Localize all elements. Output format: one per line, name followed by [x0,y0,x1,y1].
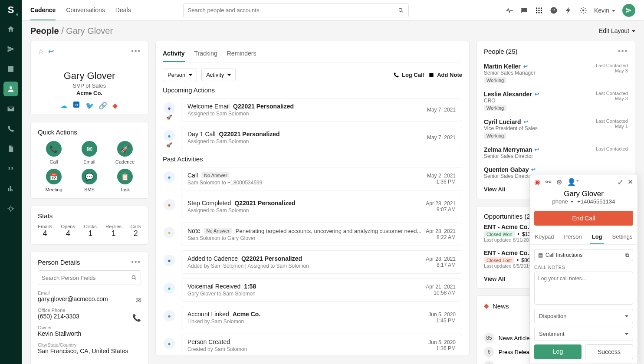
record-icon[interactable]: ◉ [534,178,540,186]
rail-doc-icon[interactable] [3,141,18,156]
mail-icon[interactable]: ✉ [135,296,141,305]
call-log-button[interactable]: Log [534,344,582,359]
rail-analytics-icon[interactable] [3,181,18,196]
breadcrumb-root[interactable]: People [30,26,59,36]
call-notes[interactable] [534,272,633,305]
call-phone-type[interactable]: phone [552,198,574,205]
phone-icon[interactable]: 📞 [132,314,141,322]
global-search-input[interactable] [188,7,398,13]
rail-mail-icon[interactable] [3,102,18,116]
call-notes-input[interactable] [535,272,633,304]
linkedin-icon[interactable]: in [73,102,79,108]
quick-action-label: Email [83,159,95,164]
rail-accounts-icon[interactable] [3,62,18,76]
pulse-icon[interactable] [506,7,513,14]
sentiment-select[interactable]: Sentiment [534,327,633,341]
svg-point-3 [541,7,542,9]
quick-action-sms[interactable]: 💬 SMS [73,169,105,192]
news-label: Funding Ann [499,363,530,364]
apps-icon[interactable] [535,7,543,14]
activity-row[interactable]: ● Account Linked Acme Co. Linked by Sam … [163,306,462,329]
user-menu[interactable]: Kevin [594,7,615,14]
voicemail-icon[interactable]: ⚯ [545,178,551,186]
call-success-button[interactable]: Success [585,344,633,359]
quick-action-label: Call [50,159,58,164]
people-list-item[interactable]: Cyril Luciard ↩ Vice President of Sales … [484,115,628,143]
rail-people-icon[interactable] [3,82,18,96]
tab-tracking[interactable]: Tracking [194,47,217,62]
people-list-item[interactable]: Martin Keller ↩ Senior Sales Manager Wor… [484,59,628,87]
people-list-item[interactable]: Zelma Merryman ↩ Senior Sales Director L… [484,143,628,163]
filter-activity[interactable]: Activity [201,69,236,81]
add-note-button[interactable]: Add Note [428,72,462,78]
dialpad-icon[interactable]: ⊛ [556,178,562,186]
activity-type-icon: ● [164,338,175,349]
stats-card: Stats Emails4 Opens4 Clicks1 Replies1 Ca… [30,206,148,245]
breadcrumb-leaf: Gary Glover [66,26,113,36]
expand-icon[interactable]: ⤢ [618,178,623,186]
rail-target-icon[interactable] [3,201,18,216]
quick-action-call[interactable]: 📞 Call [38,141,70,164]
edit-layout-button[interactable]: Edit Layout [599,27,635,34]
rail-home-icon[interactable] [3,22,18,36]
filter-person[interactable]: Person [163,69,197,81]
quick-action-email[interactable]: ✉ Email [73,141,105,164]
rail-cadence-icon[interactable] [3,42,18,56]
person-details-more-icon[interactable]: ••• [131,258,141,266]
activity-row[interactable]: ● Note No Answer Penetrating targeted ac… [163,223,462,246]
person-company[interactable]: Acme Co. [38,90,141,96]
tab-cadence[interactable]: Cadence [30,0,56,20]
reply-icon[interactable]: ↩ [48,47,54,56]
activity-row[interactable]: ● Voicemail Received 1:58 Gary Glover to… [163,278,462,302]
call-tab-keypad[interactable]: Keypad [533,230,555,244]
user-name: Kevin [594,7,609,14]
disposition-select[interactable]: Disposition [534,309,633,323]
activity-row[interactable]: ● Added to Cadence Q22021 Personalized A… [163,250,462,274]
call-tab-person[interactable]: Person [562,230,584,244]
tab-deals[interactable]: Deals [115,0,131,20]
star-icon[interactable]: ☆ [38,47,44,56]
quick-action-cadence[interactable]: 🚀 Cadence [109,141,141,164]
add-person-icon[interactable]: 👤⁺ [567,178,579,186]
profile-more-icon[interactable]: ••• [131,47,141,56]
profile-card: ☆ ↩ ••• Gary Glover SVP of Sales Acme Co… [30,41,148,115]
close-icon[interactable]: ✕ [628,178,633,186]
help-icon[interactable]: ? [550,7,558,14]
tab-reminders[interactable]: Reminders [227,47,256,62]
global-search[interactable] [183,3,409,17]
svg-point-0 [399,8,402,11]
reply-icon: ↩ [531,167,536,173]
person-fields-search[interactable] [38,270,141,285]
owler-icon[interactable]: ◆ [112,102,118,108]
salesforce-icon[interactable]: ☁ [60,102,67,108]
call-tab-settings[interactable]: Settings [611,230,634,244]
field-owner: Owner Kevin Stallworth [38,325,141,337]
activity-row[interactable]: ● Call No Answer Sam Solomon to +1800053… [163,167,462,190]
call-instructions[interactable]: ▤ Call Instructions ⧉ [534,249,633,261]
popout-icon[interactable]: ⧉ [625,252,629,258]
person-fields-search-input[interactable] [42,275,131,281]
quick-action-task[interactable]: 📋 Task [109,169,141,192]
activity-type-icon: ● [164,130,175,141]
tab-activity[interactable]: Activity [163,47,185,62]
chat-icon[interactable] [520,7,528,14]
quick-action-meeting[interactable]: 📅 Meeting [38,169,70,192]
gear-icon[interactable] [579,7,587,14]
activity-row[interactable]: ● 🚀 Welcome Email Q22021 Personalized As… [163,98,462,121]
svg-point-4 [536,10,537,11]
rail-quote-icon[interactable] [3,161,18,176]
link-icon[interactable]: 🔗 [99,102,105,108]
log-call-button[interactable]: Log Call [393,72,424,78]
end-call-button[interactable]: End Call [534,211,633,226]
twitter-icon[interactable]: 🐦 [85,102,92,108]
bolt-icon[interactable] [565,7,572,14]
people-panel-more-icon[interactable]: ••• [618,47,628,55]
tab-conversations[interactable]: Conversations [66,0,105,20]
activity-row[interactable]: ● 🚀 Day 1 Call Q22021 Personalized Assig… [163,126,462,149]
activity-row[interactable]: ● Person Created Created by Sam Solomon … [163,334,462,355]
rail-phone-icon[interactable] [3,121,18,136]
call-tab-log[interactable]: Log [590,230,604,244]
people-list-item[interactable]: Leslie Alexander ↩ CRO Working Last Cont… [484,87,628,115]
activity-row[interactable]: ● Step Completed Q22021 Personalized Ass… [163,195,462,218]
launch-button[interactable] [622,4,635,17]
